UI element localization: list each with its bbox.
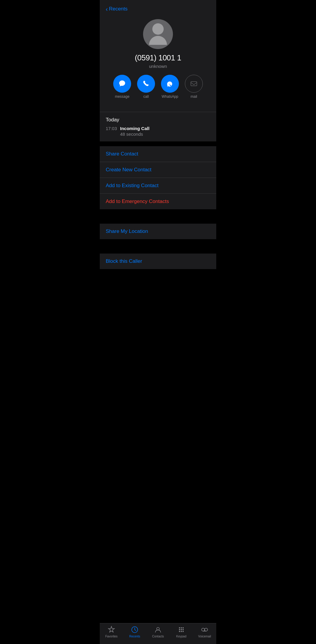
share-contact-item[interactable]: Share Contact bbox=[100, 146, 216, 162]
call-label: call bbox=[143, 94, 149, 99]
call-time: 17:03 bbox=[106, 126, 117, 131]
call-action[interactable]: call bbox=[137, 75, 155, 99]
back-label: Recents bbox=[109, 6, 128, 12]
section-gap-large-1 bbox=[100, 209, 216, 221]
whatsapp-action[interactable]: WhatsApp bbox=[161, 75, 179, 99]
tab-contacts[interactable]: Contacts bbox=[149, 626, 167, 638]
avatar-person-icon bbox=[149, 23, 167, 45]
call-icon-circle bbox=[137, 75, 155, 93]
back-button[interactable]: ‹ Recents bbox=[106, 5, 210, 13]
menu-section-2: Share My Location bbox=[100, 224, 216, 239]
back-chevron-icon: ‹ bbox=[106, 6, 108, 12]
tab-keypad[interactable]: Keypad bbox=[172, 626, 190, 638]
menu-section-3: Block this Caller bbox=[100, 254, 216, 269]
tab-favorites[interactable]: Favorites bbox=[102, 626, 120, 638]
call-entry: 17:03 Incoming Call 48 seconds bbox=[106, 126, 210, 137]
mail-icon bbox=[190, 80, 198, 88]
message-action[interactable]: message bbox=[113, 75, 131, 99]
svg-point-7 bbox=[179, 629, 180, 630]
svg-point-6 bbox=[182, 627, 184, 628]
call-type: Incoming Call bbox=[120, 126, 149, 131]
svg-point-4 bbox=[179, 627, 180, 628]
top-section: ‹ Recents (0591) 1001 1 unknown bbox=[100, 0, 216, 112]
favorites-tab-label: Favorites bbox=[105, 635, 117, 638]
avatar-head bbox=[152, 23, 164, 35]
message-label: message bbox=[115, 94, 130, 99]
section-gap-1 bbox=[100, 141, 216, 144]
action-buttons: message call bbox=[113, 75, 203, 105]
keypad-icon bbox=[177, 626, 185, 634]
menu-section-1: Share Contact Create New Contact Add to … bbox=[100, 146, 216, 209]
svg-point-12 bbox=[182, 631, 184, 632]
svg-point-10 bbox=[179, 631, 180, 632]
svg-point-3 bbox=[157, 628, 159, 630]
tab-voicemail[interactable]: Voicemail bbox=[196, 626, 214, 638]
call-icon bbox=[142, 80, 150, 88]
svg-point-11 bbox=[181, 631, 182, 632]
whatsapp-icon bbox=[165, 79, 174, 88]
whatsapp-icon-circle bbox=[161, 75, 179, 93]
message-icon bbox=[118, 80, 126, 88]
call-date: Today bbox=[106, 117, 210, 123]
call-duration: 48 seconds bbox=[106, 132, 210, 137]
add-existing-contact-item[interactable]: Add to Existing Contact bbox=[100, 178, 216, 194]
mail-icon-circle bbox=[185, 75, 203, 93]
svg-point-9 bbox=[182, 629, 184, 630]
favorites-icon bbox=[108, 626, 115, 634]
svg-point-5 bbox=[181, 627, 182, 628]
recents-tab-label: Recents bbox=[129, 635, 140, 638]
create-new-contact-item[interactable]: Create New Contact bbox=[100, 162, 216, 178]
whatsapp-label: WhatsApp bbox=[162, 94, 178, 99]
contact-label: unknown bbox=[149, 64, 167, 69]
message-icon-circle bbox=[113, 75, 131, 93]
call-history: Today 17:03 Incoming Call 48 seconds bbox=[100, 112, 216, 141]
svg-point-13 bbox=[202, 628, 205, 631]
share-location-item[interactable]: Share My Location bbox=[100, 224, 216, 239]
tab-bar: Favorites Recents Contacts Keypad bbox=[100, 623, 216, 644]
contact-avatar bbox=[143, 19, 173, 49]
contact-info: (0591) 1001 1 unknown message bbox=[106, 13, 210, 112]
keypad-tab-label: Keypad bbox=[176, 635, 186, 638]
recents-icon bbox=[131, 626, 139, 634]
contacts-tab-label: Contacts bbox=[152, 635, 164, 638]
voicemail-tab-label: Voicemail bbox=[198, 635, 211, 638]
svg-rect-1 bbox=[191, 82, 197, 86]
mail-label: mail bbox=[191, 94, 197, 99]
section-gap-large-2 bbox=[100, 239, 216, 251]
voicemail-icon bbox=[201, 626, 208, 634]
avatar-body bbox=[149, 36, 167, 45]
mail-action[interactable]: mail bbox=[185, 75, 203, 99]
contact-phone: (0591) 1001 1 bbox=[135, 53, 181, 62]
tab-recents[interactable]: Recents bbox=[126, 626, 144, 638]
contacts-icon bbox=[154, 626, 162, 634]
add-emergency-item[interactable]: Add to Emergency Contacts bbox=[100, 194, 216, 209]
block-caller-item[interactable]: Block this Caller bbox=[100, 254, 216, 269]
svg-point-14 bbox=[205, 628, 208, 631]
call-time-row: 17:03 Incoming Call bbox=[106, 126, 210, 131]
svg-point-8 bbox=[181, 629, 182, 630]
